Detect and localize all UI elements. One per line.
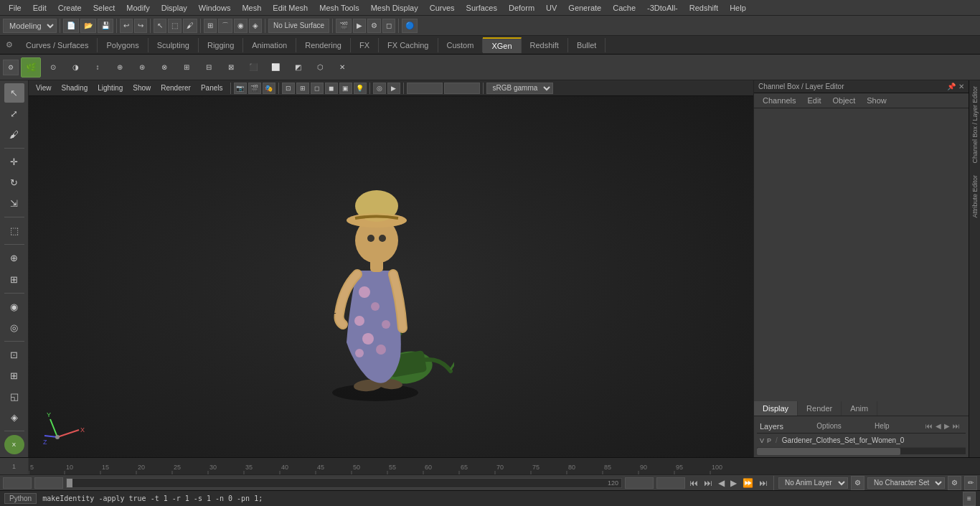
paint-tool[interactable]: 🖌 bbox=[4, 125, 24, 144]
menu-curves[interactable]: Curves bbox=[424, 2, 461, 14]
ch-tab-object[interactable]: Object bbox=[826, 95, 861, 106]
unknown-tool3[interactable]: ◱ bbox=[4, 387, 24, 406]
viewport[interactable]: View Shading Lighting Show Renderer Pane… bbox=[29, 80, 753, 457]
render-tool[interactable]: ◉ bbox=[4, 297, 24, 317]
vp-isolate-btn[interactable]: ⊡ bbox=[282, 83, 295, 94]
select-btn[interactable]: ↖ bbox=[154, 19, 166, 33]
mode-select[interactable]: Modeling bbox=[3, 19, 57, 33]
layers-scroll-left2[interactable]: ◀ bbox=[934, 422, 943, 430]
layers-help[interactable]: Help bbox=[875, 422, 890, 430]
next-key-btn[interactable]: ⏩ bbox=[741, 478, 755, 488]
xgen-tool-15[interactable]: ✕ bbox=[332, 57, 352, 78]
save-file-btn[interactable]: 💾 bbox=[98, 19, 113, 33]
command-line[interactable]: makeIdentity -apply true -t 1 -r 1 -s 1 … bbox=[42, 495, 957, 502]
menu-file[interactable]: File bbox=[3, 2, 27, 14]
unknown-tool4[interactable]: ◈ bbox=[4, 408, 24, 427]
menu-edit[interactable]: Edit bbox=[27, 2, 52, 14]
snap-point-btn[interactable]: ◉ bbox=[234, 19, 248, 33]
tab-rigging[interactable]: Rigging bbox=[199, 38, 243, 52]
menu-modify[interactable]: Modify bbox=[121, 2, 155, 14]
menu-surfaces[interactable]: Surfaces bbox=[461, 2, 503, 14]
vp-menu-panels[interactable]: Panels bbox=[197, 83, 227, 93]
layers-scrollbar[interactable] bbox=[757, 447, 966, 454]
menu-uv[interactable]: UV bbox=[540, 2, 562, 14]
vp-film-btn[interactable]: 🎬 bbox=[248, 83, 261, 94]
vp-field2[interactable]: 1.00 bbox=[444, 83, 480, 94]
xgen-tool-10[interactable]: ⊠ bbox=[221, 57, 241, 78]
cmd-scroll-btn[interactable]: ≡ bbox=[963, 492, 976, 506]
layers-scrollbar-thumb[interactable] bbox=[757, 448, 900, 455]
xgen-tool-12[interactable]: ⬜ bbox=[265, 57, 286, 78]
xgen-settings-btn[interactable]: ⚙ bbox=[3, 60, 19, 75]
ch-tab-show[interactable]: Show bbox=[861, 95, 892, 106]
xgen-tool-14[interactable]: ⬡ bbox=[310, 57, 330, 78]
xgen-tool-4[interactable]: ↕ bbox=[88, 57, 108, 78]
tab-fx-caching[interactable]: FX Caching bbox=[379, 38, 438, 52]
paint-sel-btn[interactable]: 🖌 bbox=[183, 19, 197, 33]
snap-grid-btn[interactable]: ⊞ bbox=[204, 19, 217, 33]
char-set-select[interactable]: No Character Set bbox=[867, 477, 945, 489]
select-tool[interactable]: ↖ bbox=[4, 83, 24, 103]
layer-vis-p[interactable]: P bbox=[767, 437, 771, 444]
vp-camera-btn[interactable]: 📷 bbox=[234, 83, 247, 94]
viewport-3d[interactable]: X Y Z persp bbox=[29, 96, 753, 457]
layers-scroll-right1[interactable]: ▶ bbox=[943, 422, 951, 430]
menu-edit-mesh[interactable]: Edit Mesh bbox=[267, 2, 314, 14]
render-view-btn[interactable]: 🎬 bbox=[336, 19, 352, 33]
xgen-tool-1[interactable]: 🌿 bbox=[21, 57, 41, 78]
anim-end-field[interactable]: 200 bbox=[656, 477, 685, 489]
transform-tool[interactable]: ⤢ bbox=[4, 104, 24, 123]
tab-polygons[interactable]: Polygons bbox=[98, 38, 148, 52]
marquee-tool[interactable]: ⬚ bbox=[4, 221, 24, 240]
xgen-tool-11[interactable]: ⬛ bbox=[243, 57, 263, 78]
xgen-tool-13[interactable]: ◩ bbox=[288, 57, 308, 78]
char-set-edit[interactable]: ✏ bbox=[964, 476, 977, 490]
xgen-tool-5[interactable]: ⊕ bbox=[110, 57, 130, 78]
tab-redshift[interactable]: Redshift bbox=[522, 38, 568, 52]
ch-tab-channels[interactable]: Channels bbox=[757, 95, 801, 106]
vtab-channel-box[interactable]: Channel Box / Layer Editor bbox=[970, 80, 980, 169]
open-file-btn[interactable]: 📂 bbox=[80, 19, 96, 33]
snap-curve-btn[interactable]: ⌒ bbox=[218, 19, 232, 33]
tab-xgen[interactable]: XGen bbox=[483, 37, 521, 53]
layers-options[interactable]: Options bbox=[816, 422, 841, 430]
tab-sculpting[interactable]: Sculpting bbox=[149, 38, 199, 52]
timeline-scrubber[interactable]: 120 bbox=[66, 478, 622, 488]
menu-windows[interactable]: Windows bbox=[193, 2, 237, 14]
dr-tab-display[interactable]: Display bbox=[754, 401, 798, 416]
vp-xray-btn[interactable]: ◎ bbox=[373, 83, 386, 94]
frame-start-field[interactable]: 1 bbox=[3, 477, 32, 489]
tab-fx[interactable]: FX bbox=[351, 38, 379, 52]
go-end-btn[interactable]: ⏭ bbox=[758, 478, 769, 488]
menu-mesh-tools[interactable]: Mesh Tools bbox=[314, 2, 364, 14]
live-surface-btn[interactable]: No Live Surface bbox=[268, 19, 329, 33]
ipr-btn[interactable]: ▶ bbox=[353, 19, 366, 33]
menu-create[interactable]: Create bbox=[52, 2, 88, 14]
timeline-ruler[interactable]: 5 10 15 20 25 30 35 40 45 50 55 60 65 bbox=[29, 458, 980, 474]
vp-grid-btn[interactable]: ⊞ bbox=[296, 83, 309, 94]
tab-custom[interactable]: Custom bbox=[438, 38, 484, 52]
undo-btn[interactable]: ↩ bbox=[120, 19, 133, 33]
xgen-tool-9[interactable]: ⊟ bbox=[199, 57, 219, 78]
menu-deform[interactable]: Deform bbox=[503, 2, 540, 14]
python-btn[interactable]: Python bbox=[4, 493, 37, 504]
unknown-tool2[interactable]: ⊞ bbox=[4, 366, 24, 385]
scale-tool[interactable]: ⇲ bbox=[4, 194, 24, 213]
tab-animation[interactable]: Animation bbox=[243, 38, 296, 52]
vtab-attribute-editor[interactable]: Attribute Editor bbox=[970, 169, 980, 224]
vp-wire-btn[interactable]: ◻ bbox=[311, 83, 324, 94]
dr-tab-render[interactable]: Render bbox=[798, 401, 842, 416]
xgen-tool-8[interactable]: ⊞ bbox=[176, 57, 197, 78]
menu-mesh-display[interactable]: Mesh Display bbox=[365, 2, 424, 14]
panel-pin-icon[interactable]: 📌 bbox=[947, 83, 956, 90]
vp-menu-shading[interactable]: Shading bbox=[57, 83, 93, 93]
rotate-tool[interactable]: ↻ bbox=[4, 173, 24, 192]
vp-scene-btn[interactable]: 🎭 bbox=[263, 83, 275, 94]
menu-3dtoall[interactable]: -3DtoAll- bbox=[641, 2, 684, 14]
layers-scroll-right2[interactable]: ⏭ bbox=[951, 422, 961, 430]
layer-vis-v[interactable]: V bbox=[760, 437, 764, 444]
menu-display[interactable]: Display bbox=[156, 2, 193, 14]
vp-menu-renderer[interactable]: Renderer bbox=[156, 83, 195, 93]
vp-render-btn[interactable]: ▶ bbox=[387, 83, 400, 94]
xray-tool[interactable]: ◎ bbox=[4, 318, 24, 337]
